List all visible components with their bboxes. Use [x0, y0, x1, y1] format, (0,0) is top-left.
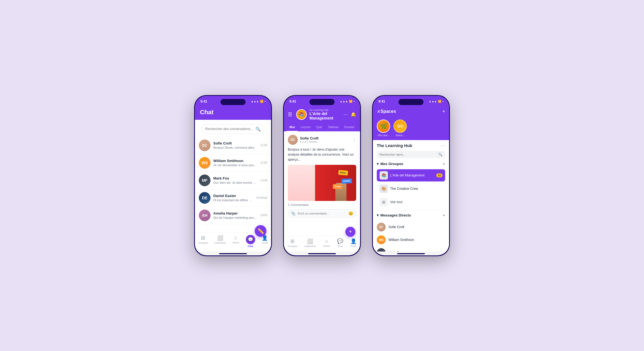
bubble-the-lear[interactable]: 🌿 The Lear... — [377, 120, 390, 137]
tab-tableau[interactable]: Tableau — [325, 123, 341, 131]
group-item-creative[interactable]: 🎨 The Creative Crew — [377, 183, 445, 195]
dm-avatar-sofie: SC — [377, 223, 386, 231]
nav-home-1[interactable]: ⌂ Home — [232, 235, 239, 248]
tab-lecons[interactable]: Leçons — [298, 123, 313, 131]
home-indicator-2 — [308, 253, 336, 254]
compose-fab[interactable]: ✏️ — [255, 225, 266, 237]
chat-list: SC Sofie Croft Bonjour Derek, comment al… — [195, 137, 271, 232]
space-more-icon[interactable]: ⋯ — [441, 143, 445, 148]
nav-home-2[interactable]: ⌂ Home — [323, 238, 330, 248]
home-indicator-3 — [397, 253, 425, 254]
chat-header: Chat — [195, 106, 271, 120]
nav-profil-1[interactable]: 👤 Profil — [262, 235, 268, 248]
spaces-bubbles: 🌿 The Lear... DS Demo... — [373, 117, 449, 140]
kanban-image: Done. DOING To Do — [288, 165, 356, 201]
post-content: SC Sofie Croft Il y a 5 heures ⋮ Bonjour… — [284, 131, 360, 236]
nav-groupes-2[interactable]: ⊞ Groupes — [288, 238, 297, 248]
add-group-icon[interactable]: + — [443, 161, 445, 166]
nav-chat-1[interactable]: 💬 Chat — [246, 235, 255, 248]
dm-mark[interactable]: MF Mark Fox — [377, 246, 445, 252]
post-fab[interactable]: + — [345, 227, 355, 237]
post-author-name: Sofie Croft — [300, 136, 318, 140]
chat-item-sofie[interactable]: SC Sofie Croft Bonjour Derek, comment al… — [195, 137, 271, 154]
dm-william[interactable]: WS William Smithson — [377, 233, 445, 246]
nav-profil-label: Profil — [262, 242, 268, 244]
nav-groupes-label: Groupes — [198, 242, 208, 244]
nav-groupes-1[interactable]: ⊞ Groupes — [198, 235, 208, 248]
bubble-avatar-demo: DS — [393, 120, 407, 133]
post-image: Done. DOING To Do — [288, 165, 356, 201]
battery-icon-3: ▪ — [442, 100, 444, 103]
chat-item-daniel[interactable]: DE Daniel Easter l'Il est important de d… — [195, 189, 271, 207]
badge-arte: 12 — [436, 173, 442, 177]
tab-dossier[interactable]: Dossier — [341, 123, 357, 131]
more-icon[interactable]: ⋯ — [343, 112, 348, 117]
nav-profil-2[interactable]: 👤 Profil — [350, 238, 356, 248]
tab-mur[interactable]: Mur — [287, 123, 298, 131]
mes-groupes-title: ▾ Mes Groupes — [377, 162, 403, 166]
post-more-icon[interactable]: ⋮ — [352, 137, 356, 142]
post-header-title: L'Arte del Management — [309, 111, 341, 120]
hamburger-icon[interactable]: ☰ — [288, 111, 292, 118]
post-comments-count: 1 Commentaire — [288, 203, 356, 206]
search-bar-1[interactable]: 🔍 — [202, 124, 264, 134]
nav-calendrier-label-2: Calendrier — [304, 245, 316, 248]
chat-preview-daniel: l'Il est important de définir des — [213, 198, 254, 202]
nav-chat-2[interactable]: 💬 Chat — [337, 238, 343, 248]
voir-tout[interactable]: ⊞ Voir tout — [377, 196, 445, 208]
emoji-icon[interactable]: 😊 — [348, 211, 353, 216]
nav-calendrier-1[interactable]: ⬜ Calendrier — [214, 235, 226, 248]
phone-2: 9:41 ▲▲▲ 📶 ▪ ☰ 📚 Du Learning Hub L'Arte … — [283, 95, 361, 256]
chat-name-amelia: Amelia Harper — [213, 211, 257, 215]
comment-input[interactable]: 📎 😊 — [288, 209, 356, 218]
post-author-avatar: SC — [288, 135, 298, 145]
add-space-icon[interactable]: + — [442, 109, 445, 114]
nav-calendrier-2[interactable]: ⬜ Calendrier — [304, 238, 316, 248]
spaces-search-input[interactable] — [380, 153, 437, 156]
sticky-todo: To Do — [333, 184, 343, 189]
sticky-done: Done. — [338, 170, 348, 175]
spaces-search[interactable]: 🔍 — [377, 151, 445, 158]
search-input-1[interactable] — [205, 127, 253, 131]
bubble-demo[interactable]: DS Demo... — [393, 120, 407, 137]
bell-icon[interactable]: 🔔 — [351, 112, 356, 117]
signal-icon-3: ▲▲▲ — [429, 100, 437, 103]
chat-name-william: William Smithson — [213, 159, 257, 163]
calendrier-icon: ⬜ — [217, 235, 223, 241]
attachment-icon[interactable]: 📎 — [291, 211, 296, 216]
groupes-icon-2: ⊞ — [290, 238, 294, 244]
chevron-down-icon-2: ▾ — [377, 213, 379, 217]
chat-name-mark: Mark Fox — [213, 176, 258, 180]
chat-preview-sofie: Bonjour Derek, comment allez — [213, 146, 257, 149]
chat-active-icon: 💬 — [246, 235, 255, 244]
signal-icon: ▲▲▲ — [251, 100, 259, 103]
notch-3 — [398, 99, 423, 105]
chat-item-mark[interactable]: MF Mark Fox Oui, bien sûr. Je dois encor… — [195, 172, 271, 189]
nav-chat-label: Chat — [248, 245, 253, 248]
dm-avatar-william: WS — [377, 235, 386, 244]
tab-quiz[interactable]: Quiz — [313, 123, 325, 131]
group-name-arte: L'Arte del Management — [390, 173, 434, 177]
chat-icon-2: 💬 — [337, 238, 343, 244]
dm-avatar-mark: MF — [377, 248, 386, 252]
battery-icon-2: ▪ — [353, 100, 355, 103]
close-icon[interactable]: ✕ — [377, 109, 380, 114]
phone-3: 9:41 ▲▲▲ 📶 ▪ ✕ Spaces + 🌿 The L — [372, 95, 450, 256]
notch-2 — [309, 99, 335, 105]
post-author-time: Il y a 5 heures — [300, 140, 318, 143]
group-item-arte[interactable]: 📚 L'Arte del Management 12 — [377, 169, 445, 181]
chat-item-amelia[interactable]: AH Amelia Harper Qui de l'equipe marketi… — [195, 207, 271, 224]
home-indicator-1 — [219, 253, 247, 254]
dm-name-sofie: Sofie Croft — [388, 225, 404, 229]
add-dm-icon[interactable]: + — [443, 213, 445, 218]
dm-sofie[interactable]: SC Sofie Croft — [377, 221, 445, 233]
chat-title: Chat — [200, 109, 214, 116]
messages-directs-header: ▾ Messages Directs + — [377, 213, 445, 218]
chat-time-amelia: 23/09 — [260, 214, 267, 217]
spaces-body: The Learning Hub ⋯ 🔍 ▾ Mes Groupes + — [373, 140, 449, 252]
post-header-info: Du Learning Hub L'Arte del Management — [309, 109, 341, 120]
post-text: Bonjour à tous ! Je viens d'ajouter une … — [288, 147, 356, 162]
chat-item-william[interactable]: WS William Smithson Je me demandais si v… — [195, 154, 271, 172]
group-name-creative: The Creative Crew — [390, 187, 442, 191]
comment-field[interactable] — [298, 212, 346, 215]
